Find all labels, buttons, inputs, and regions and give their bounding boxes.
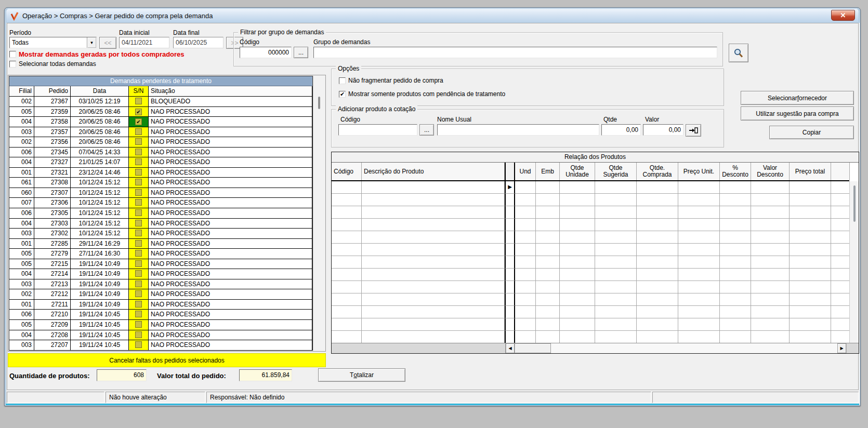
demand-row[interactable]: 0042721419/11/24 10:49NAO PROCESSADO [9,269,312,279]
only-pending-checkbox[interactable]: ✔ [339,91,346,98]
demand-row[interactable]: 0032730210/12/24 15:12NAO PROCESSADO [9,229,312,239]
sn-checkbox[interactable] [135,209,142,216]
sn-checkbox[interactable] [135,280,142,287]
demand-row[interactable]: 0012721119/11/24 10:49NAO PROCESSADO [9,300,312,310]
products-column-header[interactable]: Preço Unit. [678,163,720,180]
sn-checkbox[interactable]: ✔ [135,118,142,125]
demands-column-header[interactable]: Pedido [34,86,71,97]
add-code-field[interactable] [338,124,417,136]
sn-checkbox[interactable] [135,98,142,104]
filter-code-field[interactable]: 000000 [240,47,292,58]
demand-row[interactable]: 0072730610/12/24 15:12NAO PROCESSADO [9,198,312,208]
demand-row[interactable]: 0012728529/11/24 16:29NAO PROCESSADO [9,239,312,249]
product-row[interactable]: ▶ [332,181,849,194]
sn-checkbox[interactable] [135,199,142,206]
scroll-left-icon[interactable]: ◀ [506,343,515,353]
demand-row[interactable]: 0022721219/11/24 10:49NAO PROCESSADO [9,289,312,300]
sn-checkbox[interactable] [135,138,142,145]
sn-checkbox[interactable] [135,250,142,257]
product-row[interactable] [332,244,849,256]
demands-column-header[interactable]: Data [71,86,129,97]
products-horizontal-scrollbar[interactable]: ◀ ▶ [332,343,859,353]
product-row[interactable] [332,306,849,318]
products-hscroll-thumb[interactable] [515,343,551,353]
products-column-header[interactable]: QtdeSugerida [595,163,637,180]
products-column-header[interactable]: Qtde.Comprada [637,163,678,180]
cancel-missing-button[interactable]: Cancelar faltas dos pedidos selecionados [8,353,326,367]
demand-row[interactable]: 0032721319/11/24 10:49NAO PROCESSADO [9,279,312,290]
sn-checkbox[interactable]: ✔ [135,109,142,115]
sn-checkbox[interactable] [135,128,142,135]
select-all-demands-checkbox[interactable] [9,61,16,68]
products-column-header[interactable]: Descrição do Produto [362,163,505,180]
sn-checkbox[interactable] [135,169,142,176]
products-column-header[interactable] [505,163,515,180]
product-row[interactable] [332,281,849,293]
search-button[interactable] [729,44,748,62]
add-name-field[interactable] [437,124,599,136]
sn-checkbox[interactable] [135,149,142,155]
sn-checkbox[interactable] [135,260,142,267]
demand-row[interactable]: 0602730710/12/24 15:12NAO PROCESSADO [9,188,312,198]
product-row[interactable] [332,194,849,206]
demand-row[interactable]: 0042735820/06/25 08:46✔NAO PROCESSADO [9,117,312,127]
products-hscroll-track[interactable] [551,343,837,353]
product-row[interactable] [332,206,849,219]
totalize-button[interactable]: Totalizar [318,368,405,382]
add-value-field[interactable]: 0,00 [643,124,683,136]
demands-column-header[interactable]: Filial [9,86,34,97]
sn-checkbox[interactable] [135,341,142,348]
products-column-header[interactable]: Und [515,163,536,180]
sn-checkbox[interactable] [135,220,142,226]
product-row[interactable] [332,231,849,244]
products-column-header[interactable]: Código [332,163,362,180]
filter-code-browse-button[interactable]: ... [294,47,308,58]
product-row[interactable] [332,219,849,231]
sn-checkbox[interactable] [135,290,142,297]
close-button[interactable]: ✕ [831,10,855,21]
products-vscroll-thumb[interactable] [853,185,856,222]
demand-row[interactable]: 0032720719/11/24 10:45NAO PROCESSADO [9,340,312,351]
sn-checkbox[interactable] [135,331,142,338]
sn-checkbox[interactable] [135,158,142,165]
products-column-header[interactable]: QtdeUnidade [560,163,595,180]
add-code-browse-button[interactable]: ... [419,124,434,136]
demand-row[interactable]: 0042732721/01/25 14:07NAO PROCESSADO [9,157,312,168]
end-date-field[interactable]: 06/10/2025 [173,37,223,48]
sn-checkbox[interactable] [135,321,142,328]
products-column-header[interactable] [831,163,850,180]
sn-checkbox[interactable] [135,301,142,307]
start-date-field[interactable]: 04/11/2021 [119,37,169,48]
scroll-right-icon[interactable]: ▶ [837,343,846,353]
add-qty-field[interactable]: 0,00 [601,124,641,136]
demand-row[interactable]: 0032735720/06/25 08:46NAO PROCESSADO [9,127,312,138]
add-to-quote-button[interactable] [686,124,701,137]
chevron-down-icon[interactable]: ▼ [87,37,96,48]
demands-column-header[interactable]: Situação [149,86,312,97]
use-suggestion-button[interactable]: Utilizar sugestão para compra [741,106,854,121]
sn-checkbox[interactable] [135,240,142,247]
demand-row[interactable]: 0062734507/04/25 14:33NAO PROCESSADO [9,148,312,158]
demands-column-header[interactable]: S/N [129,86,149,97]
no-fragment-checkbox[interactable] [339,77,346,84]
sn-checkbox[interactable] [135,270,142,277]
product-row[interactable] [332,256,849,269]
period-select[interactable]: Todas ▼ [9,37,97,48]
demand-row[interactable]: 0052727927/11/24 16:30NAO PROCESSADO [9,249,312,259]
filter-group-name-field[interactable] [313,47,717,58]
demand-row[interactable]: 0012732123/12/24 14:46NAO PROCESSADO [9,168,312,178]
demands-vertical-scrollbar[interactable] [313,76,324,351]
product-row[interactable] [332,318,849,331]
sn-checkbox[interactable] [135,230,142,236]
demand-row[interactable]: 0062721019/11/24 10:45NAO PROCESSADO [9,310,312,320]
demand-row[interactable]: 0052720919/11/24 10:45NAO PROCESSADO [9,320,312,330]
demand-row[interactable]: 0052735920/06/25 08:46✔NAO PROCESSADO [9,107,312,117]
products-column-header[interactable]: ValorDesconto [751,163,790,180]
demand-row[interactable]: 0042730310/12/24 15:12NAO PROCESSADO [9,219,312,229]
demand-row[interactable]: 0022736703/10/25 12:19BLOQUEADO [9,97,312,107]
sn-checkbox[interactable] [135,179,142,185]
products-column-header[interactable]: %Desconto [720,163,751,180]
products-column-header[interactable]: Preço total [790,163,831,180]
copy-button[interactable]: Copiar [769,126,854,139]
demand-row[interactable]: 0612730810/12/24 15:12NAO PROCESSADO [9,178,312,188]
